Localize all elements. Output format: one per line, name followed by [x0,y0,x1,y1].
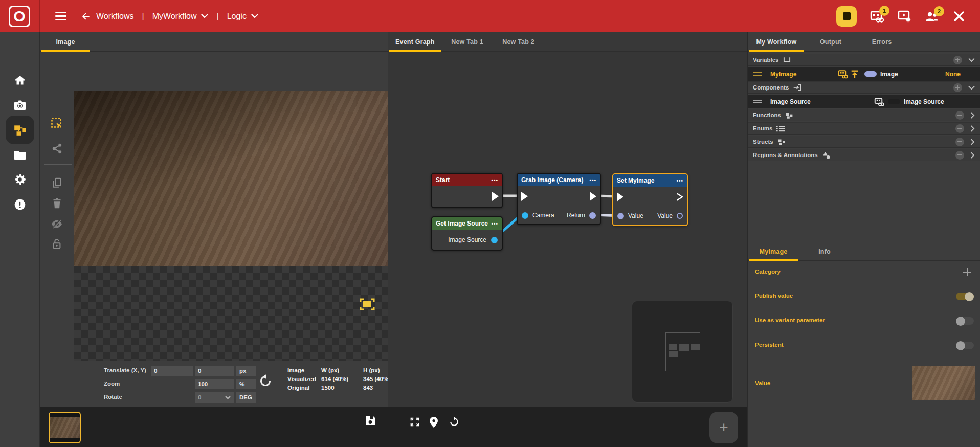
chevron-right-icon[interactable] [970,112,975,119]
camera-in-port[interactable] [522,212,528,219]
node-menu-icon[interactable]: ••• [491,221,498,227]
delete-tool[interactable] [50,196,64,210]
tab-info[interactable]: Info [799,242,850,260]
component-row-image-source[interactable]: Image Source Image Source [748,95,980,108]
exec-in-port[interactable] [521,192,528,201]
back-button[interactable]: Workflows [81,12,134,21]
translate-y-input[interactable] [195,366,234,376]
value-image-preview[interactable] [912,366,975,400]
exec-out-port[interactable] [590,192,596,201]
sidebar-item-files[interactable] [13,149,27,161]
section-functions[interactable]: Functions [748,109,980,121]
sidebar-item-notifications[interactable] [13,198,26,211]
chevron-right-icon[interactable] [970,139,975,145]
sidebar-item-workflows[interactable] [13,123,27,137]
stop-button[interactable] [836,6,857,27]
rotate-select[interactable]: 0 [195,392,234,403]
node-start-body [432,186,502,207]
fit-graph-button[interactable] [409,416,420,428]
section-variables[interactable]: Variables [748,54,980,66]
share-tool[interactable] [50,141,64,155]
tab-image[interactable]: Image [40,32,91,51]
section-enums[interactable]: Enums [748,122,980,135]
node-menu-icon[interactable]: ••• [491,177,498,183]
add-region-button[interactable] [955,151,964,160]
node-start-header[interactable]: Start ••• [432,174,502,186]
chevron-down-icon[interactable] [968,85,975,90]
graph-canvas[interactable]: Start ••• Get Image Source ••• Image Sou… [388,52,747,407]
node-set-myimage[interactable]: Set MyImage ••• Value Value [612,173,688,226]
copy-tool[interactable] [50,175,64,190]
node-menu-icon[interactable]: ••• [589,177,596,183]
tab-errors[interactable]: Errors [856,32,907,51]
section-components[interactable]: Components [748,81,980,94]
add-function-button[interactable] [955,111,964,120]
tab-my-workflow[interactable]: My Workflow [748,32,805,51]
return-out-port[interactable] [589,212,596,219]
node-grab-header[interactable]: Grab Image (Camera) ••• [518,174,600,186]
marquee-select-tool[interactable] [50,116,64,130]
save-button[interactable] [364,414,376,427]
add-enum-button[interactable] [955,124,964,133]
node-get-image-source[interactable]: Get Image Source ••• Image Source [431,216,503,251]
app-logo[interactable]: O [0,0,40,32]
sidebar-item-camera[interactable] [13,100,27,111]
add-node-button[interactable]: + [709,412,738,443]
image-transparent-region[interactable] [74,266,388,361]
variant-parameter-toggle[interactable] [956,317,974,325]
add-struct-button[interactable] [955,138,964,146]
persistent-toggle[interactable] [956,342,974,349]
tab-new-tab-1[interactable]: New Tab 1 [442,32,493,51]
image-canvas[interactable] [74,91,388,266]
reset-transform-button[interactable] [258,374,273,388]
chevron-right-icon[interactable] [970,152,975,159]
exec-out-port[interactable] [677,193,683,202]
sidebar-item-home[interactable] [13,74,26,86]
exec-out-port[interactable] [492,192,499,201]
tab-output[interactable]: Output [805,32,856,51]
add-variable-button[interactable] [953,56,962,64]
chevron-down-icon[interactable] [968,58,975,62]
users-button[interactable]: 2 [925,10,939,23]
node-menu-icon[interactable]: ••• [676,178,683,184]
tab-myimage-props[interactable]: MyImage [748,242,799,260]
exec-in-port[interactable] [617,192,623,202]
drag-handle-icon[interactable] [753,98,762,105]
section-regions[interactable]: Regions & Annotations [748,149,980,161]
node-set-header[interactable]: Set MyImage ••• [613,174,687,187]
node-get-header[interactable]: Get Image Source ••• [432,217,502,230]
value-in-port[interactable] [617,213,624,219]
section-structs[interactable]: Structs [748,136,980,148]
recording-settings-button[interactable] [898,10,911,23]
tab-event-graph[interactable]: Event Graph [388,32,442,51]
image-source-out-port[interactable] [491,237,498,243]
value-out-port[interactable] [677,213,683,219]
port-label: Return [567,212,585,219]
workflow-selector[interactable]: MyWorkflow [152,12,209,21]
fit-to-region-icon[interactable] [360,298,375,310]
visibility-tool[interactable] [50,217,64,231]
node-grab-image[interactable]: Grab Image (Camera) ••• Camera Return [517,173,601,225]
device-link-button[interactable]: 1 [870,10,884,23]
add-component-button[interactable] [953,83,962,92]
zoom-input[interactable] [195,379,234,389]
add-category-button[interactable] [963,268,971,276]
variable-row-myimage[interactable]: MyImage Image None [748,67,980,81]
mode-selector[interactable]: Logic [227,12,258,21]
close-button[interactable] [952,10,966,23]
menu-icon[interactable] [55,10,66,23]
translate-x-input[interactable] [151,366,193,376]
publish-value-toggle[interactable] [956,293,974,300]
refresh-button[interactable] [449,416,460,428]
node-start[interactable]: Start ••• [431,173,503,208]
chevron-right-icon[interactable] [970,125,975,132]
drag-handle-icon[interactable] [753,71,762,77]
lock-tool[interactable] [50,237,64,251]
locate-button[interactable] [429,416,438,428]
image-thumbnail[interactable] [49,412,81,443]
breadcrumb-separator: | [142,12,144,21]
graph-minimap[interactable] [632,301,733,403]
save-icon [364,414,376,427]
tab-new-tab-2[interactable]: New Tab 2 [493,32,544,51]
sidebar-item-settings[interactable] [13,173,26,186]
